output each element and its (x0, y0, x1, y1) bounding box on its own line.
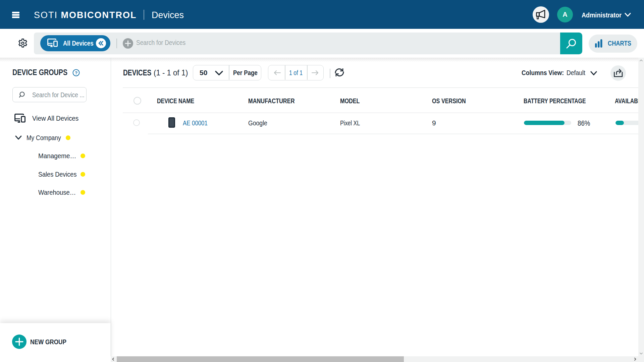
svg-text:?: ? (75, 70, 77, 75)
